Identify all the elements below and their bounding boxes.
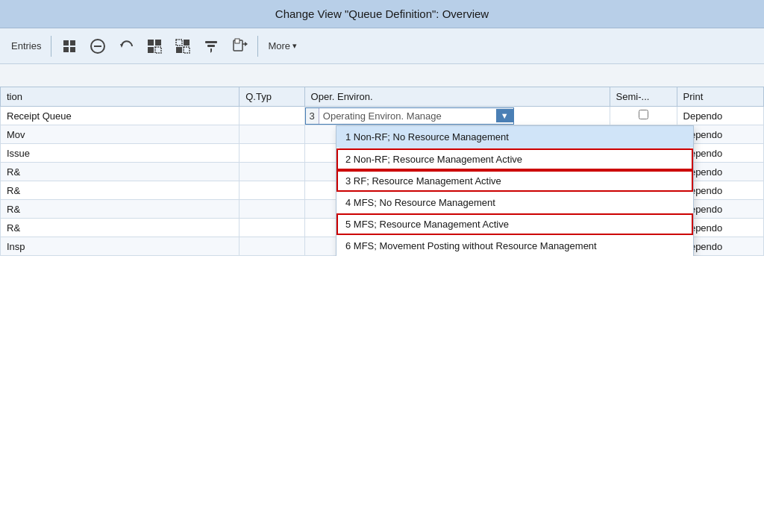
entries-label[interactable]: Entries [7, 38, 45, 54]
svg-rect-10 [155, 47, 161, 53]
cell-description: R& [1, 200, 239, 219]
select-oper-text: Operating Environ. Manage [319, 108, 496, 124]
undo-icon-button[interactable] [114, 36, 138, 57]
display-icon-button[interactable] [57, 36, 81, 57]
svg-rect-18 [235, 39, 239, 43]
select-all-icon-button[interactable] [143, 36, 166, 57]
cell-qtyp [239, 125, 304, 144]
dropdown-item[interactable]: 1 Non-RF; No Resource Management [336, 126, 693, 148]
svg-rect-12 [184, 40, 190, 46]
dropdown-item[interactable]: 3 RF; Resource Management Active [336, 170, 693, 192]
cell-qtyp [239, 181, 304, 200]
select-oper-arrow-button[interactable]: ▼ [496, 109, 513, 122]
dropdown-item[interactable]: 6 MFS; Movement Posting without Resource… [336, 235, 693, 256]
toolbar-separator-2 [257, 36, 258, 57]
select-all-icon [146, 38, 163, 54]
cell-description: R& [1, 163, 239, 181]
display-icon [61, 38, 78, 54]
cell-semi[interactable] [610, 107, 677, 125]
cell-qtyp [239, 237, 304, 256]
svg-rect-13 [176, 47, 182, 53]
cell-print: Dependo [677, 107, 763, 125]
svg-rect-14 [184, 47, 190, 53]
toolbar-separator-1 [51, 36, 51, 57]
cell-description: Insp [1, 237, 239, 256]
svg-marker-6 [120, 44, 123, 48]
cell-qtyp [239, 219, 304, 237]
dropdown-list: 1 Non-RF; No Resource Management2 Non-RF… [336, 125, 694, 256]
more-button[interactable]: More ▾ [264, 38, 301, 54]
minus-icon-button[interactable] [86, 36, 110, 57]
svg-marker-20 [245, 42, 248, 46]
chevron-down-icon: ▾ [292, 41, 297, 51]
col-header-print: Print [677, 87, 763, 107]
minus-icon [90, 38, 106, 54]
col-header-qtyp: Q.Typ [239, 87, 304, 107]
svg-rect-9 [148, 47, 154, 53]
table-container: tion Q.Typ Oper. Environ. Semi-... Print… [0, 87, 764, 256]
cell-qtyp [239, 163, 304, 181]
col-header-semi: Semi-... [610, 87, 677, 107]
dropdown-item[interactable]: 4 MFS; No Resource Management [336, 192, 693, 213]
cell-qtyp [239, 107, 304, 125]
dropdown-item[interactable]: 5 MFS; Resource Management Active [336, 213, 693, 235]
cell-description: Receipt Queue [1, 107, 239, 125]
page-title: Change View "Queue Definition": Overview [0, 0, 764, 28]
table-row: Receipt Queue3Operating Environ. Manage▼… [1, 107, 764, 125]
cell-description: R& [1, 219, 239, 237]
svg-rect-0 [63, 40, 69, 46]
export-icon [231, 38, 248, 54]
export-icon-button[interactable] [228, 36, 251, 57]
cell-oper[interactable]: 3Operating Environ. Manage▼ [304, 107, 610, 125]
undo-icon [118, 38, 134, 54]
svg-rect-3 [70, 47, 75, 52]
spacer [0, 64, 764, 87]
cell-description: Issue [1, 144, 239, 163]
deselect-icon [175, 38, 191, 54]
toolbar: Entries [0, 28, 764, 64]
svg-rect-2 [63, 47, 69, 52]
dropdown-item[interactable]: 2 Non-RF; Resource Management Active [336, 148, 693, 170]
filter-icon [203, 38, 219, 54]
deselect-icon-button[interactable] [171, 36, 195, 57]
svg-rect-16 [207, 45, 215, 47]
col-header-oper: Oper. Environ. [304, 87, 610, 107]
cell-description: Mov [1, 125, 239, 144]
table-header-row: tion Q.Typ Oper. Environ. Semi-... Print [1, 87, 764, 107]
col-header-description: tion [1, 87, 239, 107]
cell-description: R& [1, 181, 239, 200]
select-oper-number: 3 [306, 108, 319, 124]
filter-icon-button[interactable] [199, 36, 223, 57]
select-oper-wrapper[interactable]: 3Operating Environ. Manage▼ [305, 107, 514, 125]
svg-rect-7 [148, 40, 154, 46]
cell-qtyp [239, 200, 304, 219]
semi-checkbox[interactable] [639, 110, 648, 119]
svg-rect-1 [70, 40, 75, 46]
svg-rect-11 [176, 40, 182, 46]
cell-qtyp [239, 144, 304, 163]
svg-rect-8 [155, 40, 161, 46]
svg-rect-15 [205, 41, 217, 43]
